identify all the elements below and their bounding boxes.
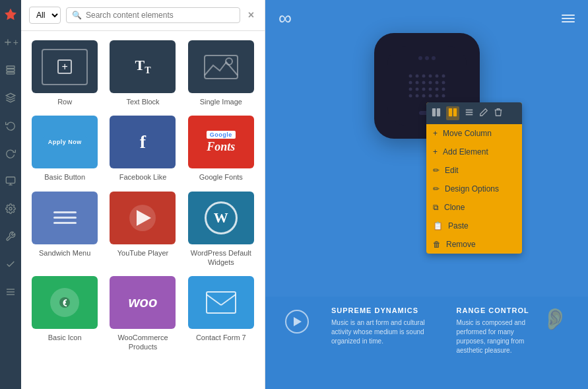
- svg-point-14: [226, 58, 232, 65]
- element-basic-button[interactable]: Apply Now Basic Button: [26, 112, 103, 186]
- google-fonts-thumb: Google Fonts: [188, 116, 254, 168]
- ctx-edit-icon[interactable]: [479, 108, 488, 119]
- ctx-add-element-icon: +: [433, 147, 438, 157]
- svg-point-40: [435, 94, 438, 98]
- menu-bottom-icon[interactable]: [3, 284, 18, 300]
- svg-point-25: [415, 81, 418, 85]
- ctx-remove[interactable]: 🗑 Remove: [426, 235, 522, 254]
- element-woocommerce[interactable]: woo WooCommerce Products: [104, 272, 181, 356]
- element-basic-icon[interactable]: Basic Icon: [26, 272, 103, 356]
- bottom-section: SUPREME DYNAMICS Music is an art form an…: [265, 297, 588, 389]
- ctx-add-element[interactable]: + Add Element: [426, 143, 522, 161]
- ctx-align-icon[interactable]: [465, 108, 474, 119]
- svg-point-31: [415, 88, 418, 91]
- svg-point-34: [435, 88, 438, 91]
- ctx-edit-menu-icon: ✏: [433, 166, 440, 175]
- close-button[interactable]: ×: [245, 8, 257, 22]
- ear-icon: 👂: [542, 306, 568, 332]
- play-button-area: [285, 306, 318, 334]
- sandwich-menu-label: Sandwich Menu: [39, 248, 90, 258]
- search-input[interactable]: [86, 11, 234, 20]
- svg-point-29: [441, 81, 445, 85]
- svg-rect-6: [6, 177, 15, 183]
- svg-point-20: [422, 75, 425, 78]
- hamburger-icon[interactable]: [562, 15, 575, 22]
- facebook-like-label: Facebook Like: [119, 172, 167, 182]
- ctx-edit-label: Edit: [445, 166, 459, 175]
- svg-marker-5: [6, 93, 15, 98]
- element-sandwich-menu[interactable]: Sandwich Menu: [26, 188, 103, 271]
- element-contact-form[interactable]: Contact Form 7: [183, 272, 259, 356]
- svg-point-43: [425, 56, 429, 60]
- panel-header: All 🔍 ×: [21, 0, 265, 31]
- main-area: ∞: [265, 0, 588, 389]
- svg-point-21: [428, 75, 432, 78]
- text-block-thumb: TT: [110, 40, 176, 93]
- ctx-paste[interactable]: 📋 Paste: [426, 217, 522, 235]
- single-image-thumb: [188, 40, 254, 93]
- play-button[interactable]: [285, 310, 309, 334]
- svg-rect-46: [432, 108, 436, 116]
- svg-rect-49: [453, 108, 457, 116]
- element-youtube-player[interactable]: YouTube Player: [104, 188, 181, 271]
- wordpress-thumb: W: [188, 192, 254, 244]
- context-menu-toolbar: [426, 102, 522, 124]
- svg-rect-4: [7, 72, 15, 74]
- ctx-clone-label: Clone: [444, 203, 465, 212]
- elements-panel: All 🔍 × + Row TT Text Block: [21, 0, 265, 389]
- layers-icon[interactable]: [3, 90, 18, 106]
- svg-point-41: [441, 94, 445, 98]
- svg-point-19: [415, 75, 418, 78]
- svg-point-16: [63, 301, 66, 304]
- add-icon[interactable]: +: [3, 34, 18, 50]
- context-menu: + Move Column + Add Element ✏ Edit ✏ Des…: [426, 102, 522, 254]
- google-fonts-label: Google Fonts: [199, 172, 243, 182]
- settings-icon[interactable]: [3, 201, 18, 217]
- sandwich-menu-thumb: [32, 192, 98, 244]
- ctx-move-column[interactable]: + Move Column: [426, 124, 522, 143]
- ctx-drag-icon[interactable]: [446, 106, 459, 120]
- element-facebook-like[interactable]: f Facebook Like: [104, 112, 181, 186]
- check-icon[interactable]: [3, 256, 18, 272]
- main-topbar: ∞: [265, 0, 588, 37]
- svg-point-44: [432, 56, 436, 60]
- tools-icon[interactable]: [3, 229, 18, 244]
- svg-point-42: [418, 56, 422, 60]
- svg-point-32: [422, 88, 425, 91]
- basic-icon-label: Basic Icon: [48, 333, 82, 342]
- facebook-like-thumb: f: [110, 116, 176, 168]
- ctx-delete-icon[interactable]: [494, 108, 503, 119]
- element-wordpress[interactable]: W WordPress Default Widgets: [183, 188, 259, 271]
- element-google-fonts[interactable]: Google Fonts Google Fonts: [183, 112, 259, 186]
- rows-icon[interactable]: [3, 62, 18, 78]
- supreme-dynamics-section: SUPREME DYNAMICS Music is an art form an…: [331, 306, 443, 346]
- ctx-design-icon: ✏: [433, 184, 440, 194]
- redo-icon[interactable]: [3, 145, 18, 161]
- desktop-icon[interactable]: [3, 173, 18, 189]
- svg-point-23: [441, 75, 445, 78]
- svg-point-18: [408, 75, 412, 78]
- svg-point-33: [428, 88, 432, 91]
- element-row[interactable]: + Row: [26, 36, 103, 110]
- ctx-clone[interactable]: ⧉ Clone: [426, 198, 522, 217]
- youtube-player-label: YouTube Player: [117, 248, 168, 258]
- filter-select[interactable]: All: [29, 7, 61, 24]
- svg-point-36: [408, 94, 412, 98]
- range-control-section: RANGE CONTROL Music is composed and perf…: [457, 306, 569, 355]
- wordpress-label: WordPress Default Widgets: [185, 248, 257, 267]
- element-text-block[interactable]: TT Text Block: [104, 36, 181, 110]
- supreme-dynamics-text: Music is an art form and cultural activi…: [331, 318, 443, 346]
- element-single-image[interactable]: Single Image: [183, 36, 259, 110]
- ctx-design-options[interactable]: ✏ Design Options: [426, 180, 522, 198]
- ctx-column-icon[interactable]: [432, 108, 441, 119]
- single-image-label: Single Image: [200, 97, 242, 106]
- left-sidebar: +: [0, 0, 21, 389]
- basic-button-thumb: Apply Now: [32, 116, 98, 168]
- svg-point-9: [9, 207, 12, 210]
- svg-marker-0: [6, 10, 16, 19]
- undo-icon[interactable]: [3, 118, 18, 133]
- search-icon: 🔍: [72, 11, 82, 20]
- svg-rect-48: [449, 108, 452, 116]
- range-control-title: RANGE CONTROL: [457, 306, 536, 314]
- ctx-edit[interactable]: ✏ Edit: [426, 161, 522, 180]
